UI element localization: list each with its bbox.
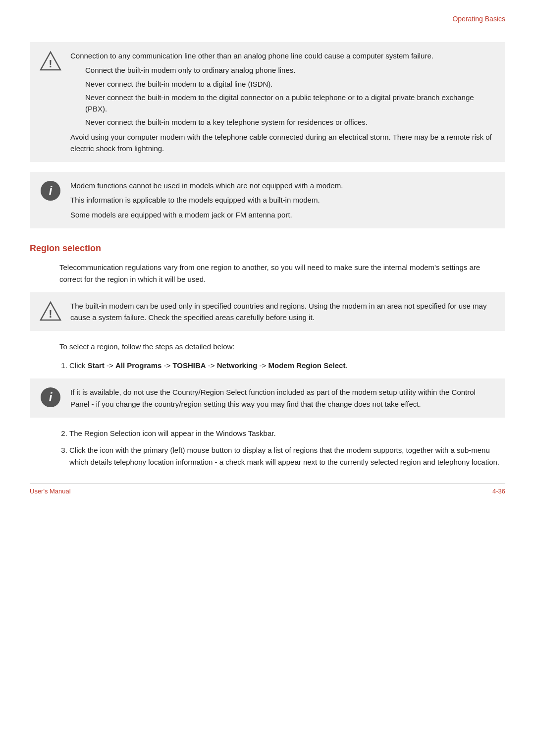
step1-bold5: Modem Region Select	[268, 361, 346, 370]
info-2-text: If it is available, do not use the Count…	[70, 386, 495, 410]
warning-list-item-1: Connect the built-in modem only to ordin…	[85, 64, 495, 76]
info-box-2: i If it is available, do not use the Cou…	[30, 378, 505, 418]
warning-icon-2: !	[40, 300, 61, 322]
info-box-1-content: Modem functions cannot be used in models…	[70, 180, 495, 220]
region-selection-heading: Region selection	[30, 243, 505, 254]
footer-manual-label: User's Manual	[30, 487, 71, 495]
chapter-title: Operating Basics	[452, 15, 505, 23]
step1-bold1: Start	[88, 361, 105, 370]
steps-intro: To select a region, follow the steps as …	[30, 341, 505, 353]
step1-end: .	[345, 361, 347, 370]
step-1: Click Start -> All Programs -> TOSHIBA -…	[69, 360, 505, 372]
step1-bold2: All Programs	[115, 361, 161, 370]
step3-text: Click the icon with the primary (left) m…	[69, 446, 499, 466]
step1-mid1: ->	[105, 361, 115, 370]
svg-text:!: !	[49, 57, 52, 70]
info-icon-1: i	[40, 180, 61, 202]
warning-list-item-3: Never connect the built-in modem to the …	[85, 92, 495, 115]
step1-bold4: Networking	[217, 361, 258, 370]
step1-mid2: ->	[161, 361, 172, 370]
steps-list: Click Start -> All Programs -> TOSHIBA -…	[30, 360, 505, 372]
info-line-2: This information is applicable to the mo…	[70, 194, 495, 206]
warning-line-1: Connection to any communication line oth…	[70, 50, 495, 61]
warning-box-1-content: Connection to any communication line oth…	[70, 50, 495, 154]
warning-box-2-content: The built-in modem can be used only in s…	[70, 300, 495, 324]
svg-text:!: !	[49, 308, 52, 320]
warning-box-1: ! Connection to any communication line o…	[30, 42, 505, 162]
warning-box-2: ! The built-in modem can be used only in…	[30, 292, 505, 331]
step-3: Click the icon with the primary (left) m…	[69, 444, 505, 468]
info-box-1: i Modem functions cannot be used in mode…	[30, 172, 505, 228]
warning-list-item-4: Never connect the built-in modem to a ke…	[85, 116, 495, 128]
warning-2-text: The built-in modem can be used only in s…	[70, 300, 495, 324]
step-2: The Region Selection icon will appear in…	[69, 428, 505, 439]
footer-page-number: 4-36	[492, 487, 505, 495]
warning-icon-1: !	[40, 50, 61, 72]
info-box-2-content: If it is available, do not use the Count…	[70, 386, 495, 410]
info-line-3: Some models are equipped with a modem ja…	[70, 209, 495, 220]
steps-list-2: The Region Selection icon will appear in…	[30, 428, 505, 468]
info-icon-2: i	[40, 386, 61, 408]
intro-text: Telecommunication regulations vary from …	[59, 263, 480, 283]
info-line-1: Modem functions cannot be used in models…	[70, 180, 495, 191]
step1-prefix: Click	[69, 361, 88, 370]
step2-text: The Region Selection icon will appear in…	[69, 429, 276, 437]
section-intro: Telecommunication regulations vary from …	[30, 262, 505, 285]
warning-list-item-2: Never connect the built-in modem to a di…	[85, 78, 495, 90]
warning-list-1: Connect the built-in modem only to ordin…	[85, 64, 495, 128]
step1-mid3: ->	[206, 361, 217, 370]
page-footer: User's Manual 4-36	[30, 483, 505, 495]
warning-line-2: Avoid using your computer modem with the…	[70, 131, 495, 155]
step1-mid4: ->	[257, 361, 268, 370]
steps-intro-text: To select a region, follow the steps as …	[59, 342, 235, 351]
page-header: Operating Basics	[30, 15, 505, 27]
step1-bold3: TOSHIBA	[172, 361, 206, 370]
